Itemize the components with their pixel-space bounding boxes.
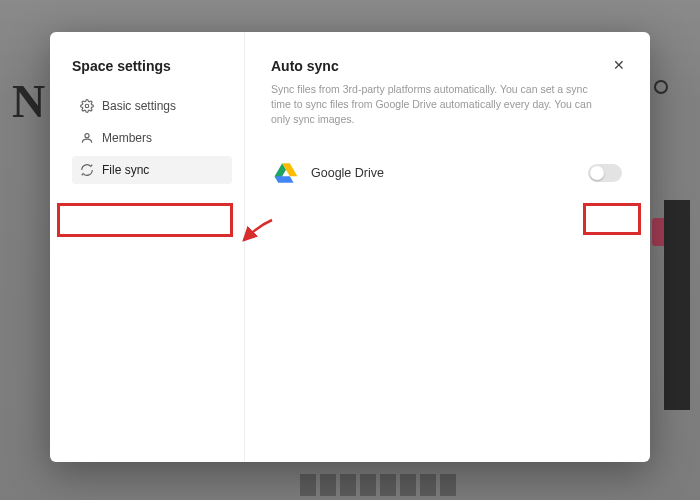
svg-point-0 xyxy=(85,104,89,108)
sidebar-item-file-sync[interactable]: File sync xyxy=(72,156,232,184)
google-drive-icon xyxy=(273,160,299,186)
provider-name: Google Drive xyxy=(311,166,576,180)
sidebar-item-basic-settings[interactable]: Basic settings xyxy=(72,92,232,120)
sidebar-title: Space settings xyxy=(72,58,232,74)
sidebar-item-members[interactable]: Members xyxy=(72,124,232,152)
sidebar-item-label: Members xyxy=(102,131,152,145)
user-icon xyxy=(80,131,94,145)
sync-icon xyxy=(80,163,94,177)
space-settings-modal: Space settings Basic settings Members xyxy=(50,32,650,462)
svg-point-1 xyxy=(85,134,89,138)
settings-main-panel: ✕ Auto sync Sync files from 3rd-party pl… xyxy=(245,32,650,462)
sidebar-item-label: Basic settings xyxy=(102,99,176,113)
settings-sidebar: Space settings Basic settings Members xyxy=(50,32,245,462)
google-drive-sync-toggle[interactable] xyxy=(588,164,622,182)
sidebar-item-label: File sync xyxy=(102,163,149,177)
section-description: Sync files from 3rd-party platforms auto… xyxy=(271,82,601,128)
close-button[interactable]: ✕ xyxy=(608,54,630,76)
section-title: Auto sync xyxy=(271,58,624,74)
provider-row-google-drive: Google Drive xyxy=(271,154,624,192)
gear-icon xyxy=(80,99,94,113)
